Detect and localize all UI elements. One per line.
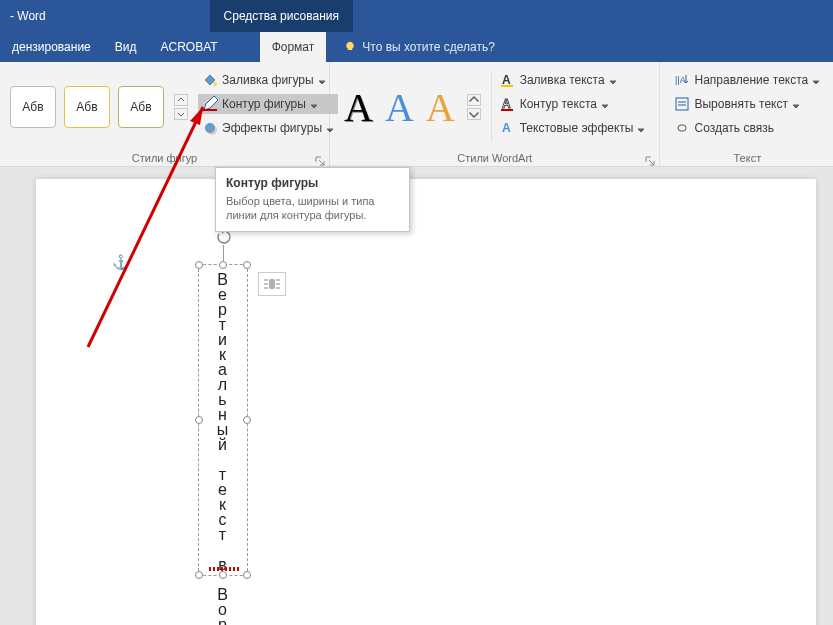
group-label: Текст [660, 152, 833, 164]
group-wordart-styles: A A A A Заливка текста A Контур текста [330, 62, 660, 166]
app-title: - Word [0, 0, 56, 32]
lightbulb-icon [344, 41, 356, 53]
align-text-icon [674, 96, 690, 112]
svg-rect-10 [676, 98, 688, 110]
svg-rect-5 [501, 85, 513, 87]
paint-bucket-icon [202, 72, 218, 88]
shape-outline-button[interactable]: Контур фигуры [198, 94, 338, 114]
chevron-down-icon [601, 100, 609, 108]
tab-acrobat[interactable]: ACROBAT [149, 32, 230, 62]
dialog-launcher[interactable] [645, 152, 655, 162]
wordart-gallery[interactable]: A A A [336, 66, 491, 148]
text-outline-icon: A [500, 96, 516, 112]
shape-style-thumb[interactable]: Абв [10, 86, 56, 128]
svg-point-0 [213, 82, 217, 86]
resize-handle[interactable] [195, 261, 203, 269]
group-label: Стили фигур [0, 152, 329, 164]
wordart-thumb[interactable]: A [385, 84, 414, 131]
gallery-more-button[interactable] [174, 94, 190, 120]
create-link-button[interactable]: Создать связь [670, 118, 824, 138]
tooltip-body: Выбор цвета, ширины и типа линии для кон… [226, 194, 399, 223]
chevron-down-icon [792, 100, 800, 108]
chevron-down-icon [609, 76, 617, 84]
resize-handle[interactable] [195, 416, 203, 424]
layout-options-icon [263, 277, 281, 291]
group-shape-styles: Абв Абв Абв Заливка фигуры Контур фигуры [0, 62, 330, 166]
tab-format[interactable]: Формат [260, 32, 327, 62]
textbox-shape[interactable]: Вертикальный текст в Ворде [198, 264, 248, 576]
ribbon: Абв Абв Абв Заливка фигуры Контур фигуры [0, 62, 833, 167]
tell-me-placeholder: Что вы хотите сделать? [362, 40, 495, 54]
svg-text:A: A [502, 121, 511, 135]
resize-handle[interactable] [195, 571, 203, 579]
effects-icon [202, 120, 218, 136]
ribbon-tabs: дензирование Вид ACROBAT Формат Что вы х… [0, 32, 833, 62]
group-label: Стили WordArt [330, 152, 659, 164]
dialog-launcher[interactable] [315, 152, 325, 162]
resize-handle[interactable] [243, 261, 251, 269]
shape-style-gallery[interactable]: Абв Абв Абв [6, 66, 194, 148]
svg-point-3 [207, 125, 217, 135]
layout-options-button[interactable] [258, 272, 286, 296]
gallery-more-button[interactable] [467, 94, 483, 120]
wordart-thumb[interactable]: A [344, 84, 373, 131]
group-text: ||A Направление текста Выровнять текст С… [660, 62, 833, 166]
chevron-down-icon [812, 76, 820, 84]
textbox-content[interactable]: Вертикальный текст в Ворде [213, 271, 231, 625]
pen-outline-icon [202, 96, 218, 112]
svg-text:||A: ||A [675, 75, 686, 85]
svg-rect-1 [203, 109, 217, 111]
tooltip-title: Контур фигуры [226, 176, 399, 190]
text-effects-button[interactable]: A Текстовые эффекты [496, 118, 650, 138]
wordart-thumb[interactable]: A [426, 84, 455, 131]
shape-fill-button[interactable]: Заливка фигуры [198, 70, 338, 90]
resize-handle[interactable] [243, 571, 251, 579]
text-outline-button[interactable]: A Контур текста [496, 94, 650, 114]
tab-review[interactable]: дензирование [0, 32, 103, 62]
spellcheck-squiggle [209, 567, 239, 571]
resize-handle[interactable] [219, 261, 227, 269]
text-direction-icon: ||A [674, 72, 690, 88]
contextual-tab-drawing-tools[interactable]: Средства рисования [210, 0, 353, 32]
tooltip-shape-outline: Контур фигуры Выбор цвета, ширины и типа… [215, 167, 410, 232]
title-bar: - Word Средства рисования [0, 0, 833, 32]
chevron-down-icon [310, 100, 318, 108]
svg-rect-7 [501, 109, 513, 111]
svg-text:A: A [502, 73, 511, 87]
text-direction-button[interactable]: ||A Направление текста [670, 70, 824, 90]
document-area[interactable] [0, 167, 833, 625]
tab-view[interactable]: Вид [103, 32, 149, 62]
link-icon [674, 120, 690, 136]
align-text-button[interactable]: Выровнять текст [670, 94, 824, 114]
chevron-down-icon [637, 124, 645, 132]
resize-handle[interactable] [243, 416, 251, 424]
anchor-icon: ⚓ [112, 254, 129, 270]
svg-rect-13 [269, 279, 275, 289]
page[interactable] [36, 179, 816, 625]
shape-style-thumb[interactable]: Абв [118, 86, 164, 128]
shape-effects-button[interactable]: Эффекты фигуры [198, 118, 338, 138]
svg-text:A: A [502, 97, 511, 111]
text-fill-button[interactable]: A Заливка текста [496, 70, 650, 90]
chevron-down-icon [318, 76, 326, 84]
shape-style-thumb[interactable]: Абв [64, 86, 110, 128]
text-effects-icon: A [500, 120, 516, 136]
text-fill-icon: A [500, 72, 516, 88]
tell-me-search[interactable]: Что вы хотите сделать? [326, 32, 495, 62]
